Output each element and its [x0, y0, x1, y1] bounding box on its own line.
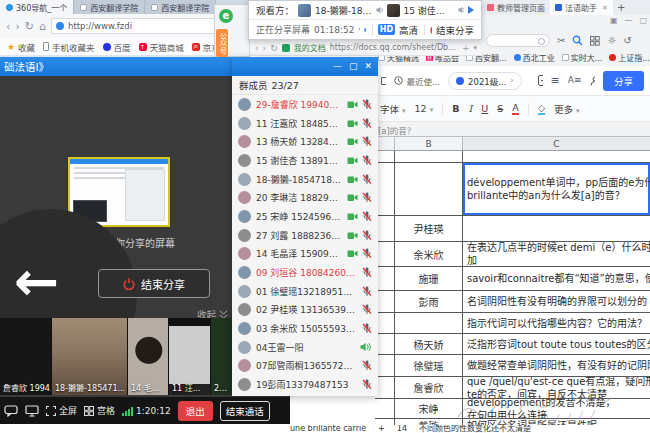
docs-url[interactable]: https://docs.qq.com/sheet/Dbr... — [330, 43, 458, 52]
member-row[interactable]: 18-獭獭-18547188460 — [232, 170, 378, 189]
video-tile[interactable]: 11 汪... — [169, 318, 211, 395]
member-row[interactable]: 13 杨天娇 13284796576 — [232, 132, 378, 151]
sheet-cell-question[interactable]: que /quel/qu'est-ce que有点混，疑问形容词有点混，还te的… — [463, 377, 650, 398]
sheet-row[interactable]: 余米欣 在表达几点半的时候et demi（e）什么时候加e什么时候加 — [375, 242, 650, 267]
sheet-cell-name[interactable]: 徐璧瑶 — [395, 355, 463, 376]
apps-grid-icon[interactable] — [590, 36, 600, 46]
grid-view-button[interactable]: 宫格 — [84, 404, 115, 417]
sheet-cell-name[interactable]: 宋峥 — [395, 399, 463, 418]
folder-icon[interactable] — [381, 76, 386, 85]
bookmark-item[interactable]: 手机收藏夹 — [43, 41, 95, 53]
video-tile[interactable]: 14 毛... — [128, 318, 169, 395]
camera-on-icon[interactable] — [347, 137, 358, 146]
recent-files-button[interactable]: 最近使... — [394, 75, 440, 87]
column-b-header[interactable]: B — [395, 137, 463, 150]
sheet-cell-name[interactable]: 尹桂瑛 — [395, 216, 463, 241]
back-icon[interactable]: ‹ — [6, 21, 10, 32]
sheet-cell-a[interactable] — [375, 267, 395, 290]
bookmark-item[interactable]: ★ 收藏 — [7, 41, 35, 53]
docs-label[interactable]: 我的文档 — [294, 42, 326, 53]
chevron-down-icon[interactable]: ▾ — [473, 44, 477, 52]
maximize-icon[interactable]: ▢ — [639, 16, 647, 25]
microphone-muted-icon[interactable] — [362, 267, 372, 278]
camera-on-icon[interactable] — [347, 175, 358, 184]
new-tab-icon[interactable]: + — [617, 2, 625, 13]
sheet-row[interactable]: 施珊 savoir和connaitre都有“知道”的意思，使用的时候如何区 — [375, 267, 650, 291]
sheet-cell-name[interactable]: 余米欣 — [395, 242, 463, 266]
sheet-cell-question[interactable]: savoir和connaitre都有“知道”的意思，使用的时候如何区 — [463, 267, 650, 290]
sheet-row[interactable]: 徐璧瑶 做题经常查单词阴阳性，有没有好的记阴阳性的方法？ — [375, 355, 650, 377]
maximize-icon[interactable]: ▢ — [349, 62, 358, 71]
sheet-cell-name[interactable] — [395, 151, 463, 162]
microphone-icon[interactable] — [358, 24, 359, 35]
video-tile[interactable]: 詹睿欣 1994... — [0, 318, 52, 395]
member-panel-title-bar[interactable]: — ▢ ✕ — [232, 57, 378, 76]
text-color-button[interactable]: A — [512, 103, 519, 115]
microphone-muted-icon[interactable] — [362, 192, 372, 203]
microphone-muted-icon[interactable] — [362, 174, 372, 185]
member-row[interactable]: 19彭雨13379487153 — [232, 375, 378, 394]
microphone-muted-icon[interactable] — [362, 360, 372, 371]
minimize-icon[interactable]: — — [333, 62, 342, 71]
sheet-cell-name[interactable]: 杨天娇 — [395, 334, 463, 354]
sheet-cell-name[interactable]: 施珊 — [395, 267, 463, 290]
search-icon[interactable] — [572, 35, 583, 46]
speaker-on-icon[interactable] — [360, 342, 372, 352]
member-row[interactable]: 01 徐璧瑶13218951968 — [232, 282, 378, 301]
browser-tab[interactable]: 西安翻译学院 — [145, 0, 216, 14]
sheet-row[interactable]: 詹睿欣 que /quel/qu'est-ce que有点混，疑问形容词有点混，… — [375, 377, 650, 399]
speaker-icon[interactable] — [364, 25, 366, 35]
tab-admin-page[interactable]: 教师管理页面 — [482, 0, 550, 15]
format-icon[interactable]: A≡ — [568, 76, 582, 85]
member-row[interactable]: 02 尹桂瑛 13136539622 — [232, 301, 378, 320]
add-icon[interactable]: + — [378, 425, 385, 433]
microphone-muted-icon[interactable] — [362, 136, 372, 147]
video-tile[interactable]: 18-獭獭-185471... — [52, 318, 128, 395]
member-row[interactable]: 09 刘垣谷 18084260317 — [232, 263, 378, 282]
camera-on-icon[interactable] — [347, 156, 358, 165]
search-input[interactable] — [486, 34, 550, 47]
bookmark-item[interactable]: 百度 — [103, 41, 131, 53]
italic-button[interactable]: I — [468, 103, 472, 114]
sheet-cell-question[interactable]: 在表达几点半的时候et demi（e）什么时候加e什么时候加 — [463, 242, 650, 266]
microphone-muted-icon[interactable] — [362, 379, 372, 390]
sheet-row[interactable]: 尹桂瑛 — [375, 216, 650, 242]
sheet-cell-name[interactable]: 詹睿欣 — [395, 377, 463, 398]
sheet-cell-question[interactable]: 泛指形容词tout toute tous toutes的区分 — [463, 334, 650, 354]
sheet-cell-a[interactable] — [375, 313, 395, 333]
fullscreen-button[interactable]: 全屏 — [46, 404, 77, 417]
close-tab-icon[interactable]: ✕ — [602, 4, 608, 12]
member-row[interactable]: 07邱管雨桐13655725107 — [232, 357, 378, 376]
spreadsheet[interactable]: B C développement单词中，pp后面的e为什么不发音？brilla… — [375, 136, 650, 433]
member-row[interactable]: 03 余米欣 15055593223 — [232, 319, 378, 338]
bookmark-item[interactable]: 实时大... — [562, 52, 603, 63]
scissors-icon[interactable]: ✂ — [557, 36, 565, 46]
camera-on-icon[interactable] — [347, 231, 358, 240]
sheet-cell-question[interactable]: développement单词中，pp后面的e为什么不发音？brillante中… — [463, 163, 650, 215]
add-collaborator-icon[interactable] — [590, 76, 595, 86]
font-size-select[interactable]: 12 ▾ — [415, 103, 434, 114]
member-row[interactable]: 29-詹睿欣 19940955863 — [232, 95, 378, 114]
member-row[interactable]: 04王雷一阳 — [232, 338, 378, 357]
sheet-row[interactable]: 宋峥 développement的发音不清楚，在句中用什么连接 — [375, 399, 650, 419]
forward-icon[interactable]: › — [15, 21, 19, 32]
sheet-cell-question[interactable]: développement的发音不清楚，在句中用什么连接 — [463, 399, 650, 418]
tab-french-helper[interactable]: 法语助手 ✕ — [550, 0, 613, 15]
minimize-icon[interactable]: — — [624, 16, 632, 25]
exit-button[interactable]: 退出 — [178, 401, 213, 421]
camera-on-icon[interactable] — [347, 100, 358, 109]
sheet-cell-name[interactable] — [395, 313, 463, 333]
microphone-muted-icon[interactable] — [362, 118, 372, 129]
member-row[interactable]: 11 汪嘉欣 18485353490 — [232, 114, 378, 133]
formula-bar-fragment[interactable]: [a]的音？ — [378, 124, 415, 136]
microphone-muted-icon[interactable] — [362, 304, 372, 315]
sheet-row[interactable]: 彭雨 名词阴阳性有没有明确的界限可以划分的 — [375, 291, 650, 313]
chat-icon[interactable] — [4, 405, 18, 417]
camera-on-icon[interactable] — [347, 212, 358, 221]
apps-icon[interactable]: ▣ — [610, 16, 618, 25]
microphone-muted-icon[interactable] — [362, 323, 372, 334]
menu-icon[interactable]: ≡ — [551, 75, 560, 86]
sheet-row[interactable]: 杨天娇 泛指形容词tout toute tous toutes的区分 — [375, 334, 650, 355]
sheet-cell-a[interactable] — [375, 334, 395, 354]
expand-viewers-icon[interactable] — [468, 6, 474, 14]
